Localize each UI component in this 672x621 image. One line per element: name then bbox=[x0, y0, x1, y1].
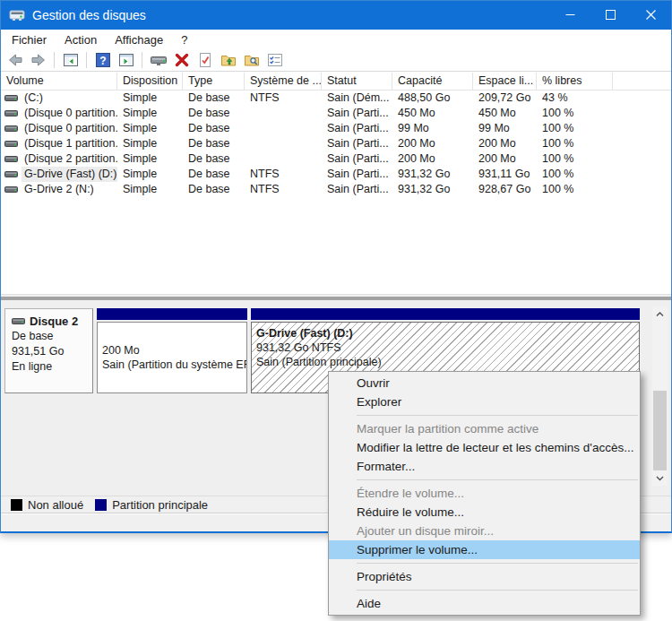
legend-swatch bbox=[95, 499, 107, 511]
context-menu-item[interactable]: Explorer bbox=[329, 392, 640, 411]
chevron-down-icon bbox=[656, 476, 664, 481]
cell-disposition: Simple bbox=[117, 167, 183, 182]
volume-drive-icon bbox=[4, 170, 18, 178]
column-header[interactable]: Volume bbox=[1, 73, 117, 90]
cell-type: De base bbox=[183, 121, 245, 136]
context-menu-item[interactable]: Formater... bbox=[329, 457, 640, 476]
table-row[interactable]: (Disque 0 partition... Simple De base Sa… bbox=[1, 106, 671, 121]
context-menu-item[interactable]: Supprimer le volume... bbox=[329, 540, 640, 559]
legend-item: Partition principale bbox=[95, 498, 208, 512]
cell-free-percent: 100 % bbox=[537, 106, 613, 121]
cell-status: Sain (Dém... bbox=[322, 91, 392, 106]
toolbar-separator bbox=[86, 52, 87, 68]
context-menu-item[interactable]: Ouvrir bbox=[329, 374, 640, 392]
cell-free-space: 928,67 Go bbox=[473, 182, 537, 197]
disk-card[interactable]: Disque 2 De base 931,51 Go En ligne bbox=[4, 308, 93, 393]
volume-name: G-Drive (Fast) (D:) bbox=[22, 167, 117, 182]
table-row[interactable]: (C:) Simple De base NTFS Sain (Dém... 48… bbox=[1, 91, 671, 106]
scroll-up-button[interactable] bbox=[652, 306, 668, 322]
close-button[interactable] bbox=[631, 1, 671, 30]
console-tree-icon[interactable] bbox=[60, 50, 81, 70]
cell-capacity: 931,32 Go bbox=[392, 182, 473, 197]
cell-capacity: 931,32 Go bbox=[392, 167, 473, 182]
cell-status: Sain (Parti... bbox=[322, 136, 392, 151]
context-menu-item[interactable]: Réduire le volume... bbox=[329, 503, 640, 522]
column-header[interactable]: Espace li... bbox=[473, 73, 537, 90]
context-menu-item[interactable]: Aide bbox=[329, 594, 640, 613]
cell-empty bbox=[613, 136, 671, 151]
maximize-button[interactable] bbox=[590, 1, 631, 30]
partition-title: G-Drive (Fast) (D:) bbox=[256, 326, 634, 341]
cell-capacity: 99 Mo bbox=[392, 121, 473, 136]
cell-free-space: 450 Mo bbox=[473, 106, 537, 121]
column-header[interactable]: Capacité bbox=[392, 73, 473, 90]
partition-color-bar bbox=[251, 308, 640, 320]
cell-empty bbox=[613, 121, 671, 136]
cell-filesystem bbox=[245, 136, 322, 151]
cell-status: Sain (Parti... bbox=[322, 121, 392, 136]
cell-status: Sain (Parti... bbox=[322, 182, 392, 197]
cell-disposition: Simple bbox=[117, 91, 183, 106]
toolbar: ? bbox=[1, 49, 671, 72]
maximize-icon bbox=[606, 8, 616, 22]
partition-efi[interactable]: 200 Mo Sain (Partition du système EFI) bbox=[97, 308, 247, 393]
menubar-item[interactable]: ? bbox=[172, 31, 196, 48]
legend-item: Non alloué bbox=[11, 498, 83, 512]
cell-free-space: 200 Mo bbox=[473, 151, 537, 167]
action-pane-icon[interactable] bbox=[116, 50, 136, 70]
table-row[interactable]: G-Drive (Fast) (D:) Simple De base NTFS … bbox=[1, 167, 671, 182]
menu-separator bbox=[357, 590, 638, 591]
table-row[interactable]: (Disque 1 partition... Simple De base Sa… bbox=[1, 136, 671, 151]
minimize-button[interactable] bbox=[550, 1, 590, 30]
column-header[interactable]: Disposition bbox=[117, 73, 183, 90]
explore-folder-icon[interactable] bbox=[241, 50, 262, 70]
disk-drive-icon bbox=[9, 9, 25, 22]
cell-free-space: 200 Mo bbox=[473, 136, 537, 151]
cell-empty bbox=[613, 106, 671, 121]
volume-name: (Disque 2 partition... bbox=[22, 151, 117, 167]
cell-filesystem: NTFS bbox=[245, 182, 322, 197]
delete-volume-icon[interactable] bbox=[171, 50, 192, 70]
svg-text:?: ? bbox=[99, 55, 106, 67]
menu-bar: FichierActionAffichage? bbox=[1, 30, 671, 49]
column-header[interactable]: Statut bbox=[322, 73, 392, 90]
mark-partition-icon[interactable] bbox=[194, 50, 215, 70]
disk-size: 931,51 Go bbox=[12, 344, 92, 359]
cell-filesystem bbox=[245, 106, 322, 121]
column-header[interactable]: Système de ... bbox=[245, 73, 322, 90]
volume-name: (Disque 1 partition... bbox=[22, 136, 117, 151]
menubar-item[interactable]: Affichage bbox=[106, 31, 172, 48]
context-menu-item[interactable]: Modifier la lettre de lecteur et les che… bbox=[329, 438, 640, 457]
open-folder-icon[interactable] bbox=[218, 50, 238, 70]
cell-disposition: Simple bbox=[117, 121, 183, 136]
menubar-item[interactable]: Fichier bbox=[3, 31, 56, 48]
forward-icon[interactable] bbox=[28, 50, 48, 70]
partition-color-bar bbox=[97, 308, 247, 320]
volume-name: (C:) bbox=[22, 91, 46, 106]
scroll-thumb[interactable] bbox=[653, 391, 667, 473]
back-icon[interactable] bbox=[4, 50, 25, 70]
cell-disposition: Simple bbox=[117, 106, 183, 121]
toolbar-separator bbox=[142, 52, 142, 68]
volume-name: (Disque 0 partition... bbox=[22, 121, 117, 136]
menubar-item[interactable]: Action bbox=[56, 31, 106, 48]
table-row[interactable]: (Disque 0 partition... Simple De base Sa… bbox=[1, 121, 671, 136]
pane-splitter[interactable] bbox=[1, 294, 671, 302]
menu-separator bbox=[357, 563, 638, 564]
disk-name: Disque 2 bbox=[30, 314, 78, 329]
table-row[interactable]: (Disque 2 partition... Simple De base Sa… bbox=[1, 151, 671, 167]
context-menu-item[interactable]: Propriétés bbox=[329, 567, 640, 586]
properties-list-icon[interactable] bbox=[264, 50, 285, 70]
help-icon[interactable]: ? bbox=[92, 50, 113, 70]
volume-drive-icon bbox=[4, 109, 18, 117]
vertical-scrollbar[interactable] bbox=[652, 306, 668, 486]
table-row[interactable]: G-Drive 2 (N:) Simple De base NTFS Sain … bbox=[1, 182, 671, 197]
partition-size: 931,32 Go NTFS bbox=[256, 341, 634, 355]
scroll-down-button[interactable] bbox=[652, 470, 668, 486]
cell-empty bbox=[613, 182, 671, 197]
cell-filesystem: NTFS bbox=[245, 91, 322, 106]
column-header[interactable]: % libres bbox=[537, 73, 613, 90]
column-header[interactable] bbox=[613, 73, 671, 90]
drive-status-icon[interactable] bbox=[148, 50, 168, 70]
column-header[interactable]: Type bbox=[183, 73, 245, 90]
